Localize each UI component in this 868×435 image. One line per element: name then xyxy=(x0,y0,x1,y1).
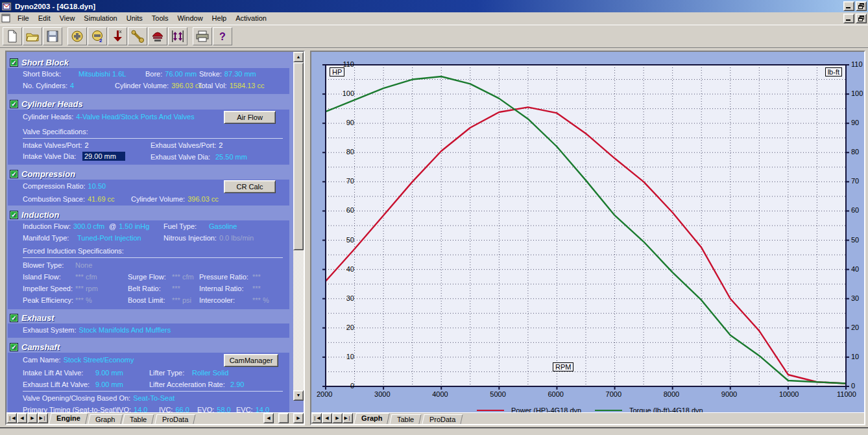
run-simulation-alt-button[interactable]: 2 xyxy=(88,27,107,45)
field-evc: EVC:14.0 xyxy=(236,406,269,412)
tab-scroll-last-button[interactable]: ▶❘ xyxy=(343,413,353,423)
section-title: Short Block xyxy=(21,58,69,67)
save-file-icon xyxy=(47,30,58,42)
minimize-button[interactable] xyxy=(843,1,854,11)
menu-edit[interactable]: Edit xyxy=(34,13,55,23)
section-induction: ✓Induction Induction Flow:300.0 cfm @1.5… xyxy=(8,209,289,309)
torque-legend-line xyxy=(595,410,622,411)
restore-button[interactable] xyxy=(856,1,867,11)
menu-activation[interactable]: Activation xyxy=(231,13,271,23)
help-button[interactable]: ? xyxy=(213,27,232,45)
selected-value[interactable]: 29.00 mm xyxy=(82,152,125,161)
menu-file[interactable]: File xyxy=(13,13,34,23)
tab-table[interactable]: Table xyxy=(390,414,422,424)
section-exhaust: ✓Exhaust Exhaust System:Stock Manifolds … xyxy=(8,312,289,338)
scrollbar-thumb[interactable] xyxy=(293,62,304,250)
field-cylinder-heads: Cylinder Heads:4-Valve Head/Stock Ports … xyxy=(23,113,195,121)
svg-text:?: ? xyxy=(219,31,226,42)
field-intake-valves-port: Intake Valves/Port:2 xyxy=(23,141,89,149)
save-file-button[interactable] xyxy=(43,27,62,45)
tab-scroll-first-button[interactable]: ❘◀ xyxy=(311,413,322,423)
lifter-icon xyxy=(172,30,184,43)
mdi-restore-button[interactable] xyxy=(856,14,867,23)
cam-tool-button[interactable] xyxy=(168,27,187,45)
engine-simulation-icon xyxy=(71,30,84,43)
field-blower-type: Blower Type:None xyxy=(23,261,92,269)
menu-units[interactable]: Units xyxy=(122,13,147,23)
crank-tool-button[interactable] xyxy=(128,27,147,45)
tab-scroll-next-button[interactable]: ▶ xyxy=(27,413,38,423)
tab-graph[interactable]: Graph xyxy=(354,413,390,424)
field-manifold-type: Manifold Type:Tuned-Port Injection xyxy=(23,234,141,242)
field-impeller-speed: Impeller Speed:*** rpm xyxy=(23,285,98,292)
open-file-button[interactable] xyxy=(23,27,42,45)
field-evo: EVO:58.0 xyxy=(197,406,231,412)
field-bore: Bore:76.00 mm xyxy=(145,70,197,78)
valve-tool-button[interactable] xyxy=(108,27,127,45)
field-nitrous: Nitrous Injection:0.0 lbs/min xyxy=(163,234,254,242)
menu-tools[interactable]: Tools xyxy=(147,13,173,23)
open-file-icon xyxy=(26,30,39,43)
graph-panel-window: HP lb-ft RPM 0102030405060708090100110 0… xyxy=(310,51,865,425)
crank-rod-icon xyxy=(131,30,144,43)
tab-prodata[interactable]: ProData xyxy=(154,414,196,424)
section-compression: ✓Compression Compression Ratio:10.50 CR … xyxy=(8,169,289,206)
menu-simulation[interactable]: Simulation xyxy=(79,13,121,23)
short-block-checkbox[interactable]: ✓ xyxy=(10,58,18,67)
rpm-axis-box: RPM xyxy=(553,362,573,371)
tab-prodata[interactable]: ProData xyxy=(422,414,463,424)
scroll-up-button[interactable]: ▲ xyxy=(293,52,304,62)
air-flow-button[interactable]: Air Flow xyxy=(224,111,276,124)
compression-checkbox[interactable]: ✓ xyxy=(10,170,18,178)
minimize-icon xyxy=(846,7,850,8)
tab-scroll-prev-button[interactable]: ◀ xyxy=(17,413,27,423)
menu-view[interactable]: View xyxy=(55,13,80,23)
mdi-document-icon[interactable] xyxy=(1,14,11,23)
airflow-tool-button[interactable] xyxy=(148,27,167,45)
menu-window[interactable]: Window xyxy=(173,13,207,23)
field-exhaust-valve-dia: Exhaust Valve Dia:25.50 mm xyxy=(151,153,247,161)
window-title: Dyno2003 - [4G18.dyn] xyxy=(15,3,842,10)
hp-axis-box: HP xyxy=(330,67,344,76)
section-title: Camshaft xyxy=(21,342,60,352)
tab-graph[interactable]: Graph xyxy=(88,414,123,424)
tab-table[interactable]: Table xyxy=(123,414,154,424)
engine-panel-window: ✓Short Block Short Block:Mitsubishi 1.6L… xyxy=(5,51,305,425)
tab-scroll-first-button[interactable]: ❘◀ xyxy=(6,413,17,423)
cam-manager-button[interactable]: CamManager xyxy=(224,354,278,367)
scroll-down-button[interactable]: ▼ xyxy=(293,390,304,401)
field-induction-at: @1.50 inHg xyxy=(109,222,149,230)
print-button[interactable] xyxy=(193,27,212,45)
field-intake-lift: Intake Lift At Valve:9.00 mm xyxy=(23,369,123,377)
run-simulation-button[interactable] xyxy=(67,27,87,45)
hscroll-track[interactable] xyxy=(278,413,289,423)
dyno-chart[interactable]: HP lb-ft RPM xyxy=(326,65,846,386)
tab-engine[interactable]: Engine xyxy=(49,413,88,424)
lbft-axis-box: lb-ft xyxy=(825,67,842,76)
new-file-button[interactable] xyxy=(3,27,22,45)
minimize-icon xyxy=(846,19,850,21)
cylinder-heads-checkbox[interactable]: ✓ xyxy=(10,100,18,108)
scroll-left-button[interactable]: ◀ xyxy=(263,413,274,423)
cr-calc-button[interactable]: CR Calc xyxy=(224,180,276,193)
engine-panel: ✓Short Block Short Block:Mitsubishi 1.6L… xyxy=(6,52,304,412)
mdi-workspace: ✓Short Block Short Block:Mitsubishi 1.6L… xyxy=(0,47,868,427)
legend-power: Power (HP)-4G18.dyn xyxy=(477,406,581,412)
tab-scroll-last-button[interactable]: ▶❘ xyxy=(38,413,48,423)
field-cylinder-volume: Cylinder Volume:396.03 cc xyxy=(115,82,202,89)
air-cleaner-icon xyxy=(151,30,164,43)
dyno2003-app-window: { "window": { "title": "Dyno2003 - [4G18… xyxy=(0,0,868,435)
scroll-right-button[interactable]: ▶ xyxy=(293,413,304,423)
section-title: Compression xyxy=(21,169,75,179)
graph-panel: HP lb-ft RPM 0102030405060708090100110 0… xyxy=(311,52,864,412)
menu-help[interactable]: Help xyxy=(208,13,232,23)
mdi-minimize-button[interactable] xyxy=(843,14,854,23)
exhaust-checkbox[interactable]: ✓ xyxy=(10,314,18,322)
field-exhaust-system: Exhaust System:Stock Manifolds And Muffl… xyxy=(23,326,171,334)
tab-scroll-next-button[interactable]: ▶ xyxy=(332,413,343,423)
engine-panel-scrollbar: ▲ ▼ xyxy=(293,52,304,401)
tab-scroll-prev-button[interactable]: ◀ xyxy=(322,413,332,423)
camshaft-checkbox[interactable]: ✓ xyxy=(10,343,18,351)
field-exhaust-lift: Exhaust Lift At Valve:9.00 mm xyxy=(23,381,123,388)
induction-checkbox[interactable]: ✓ xyxy=(10,211,18,219)
